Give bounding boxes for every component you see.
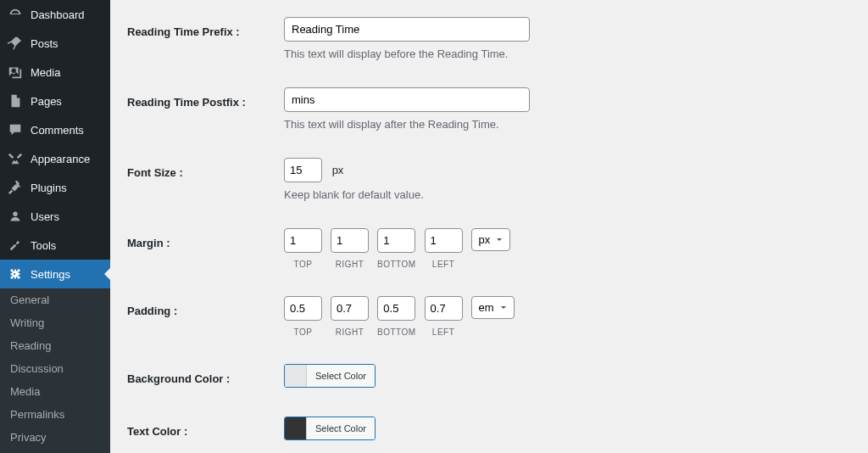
users-icon <box>7 208 24 225</box>
margin-top-label: TOP <box>294 260 313 269</box>
margin-left-input[interactable] <box>425 228 463 253</box>
margin-bottom-input[interactable] <box>377 228 415 253</box>
sidebar-item-label: Settings <box>31 268 70 281</box>
prefix-help: This text will display before the Readin… <box>284 48 851 60</box>
sidebar-item-appearance[interactable]: Appearance <box>0 144 110 173</box>
sidebar-item-label: Posts <box>31 37 58 50</box>
admin-sidebar: Dashboard Posts Media Pages Comments App… <box>0 0 110 453</box>
padding-top-label: TOP <box>294 327 313 337</box>
postfix-input[interactable] <box>284 87 530 112</box>
margin-bottom-label: BOTTOM <box>377 260 416 269</box>
media-icon <box>7 64 24 81</box>
sidebar-item-label: Media <box>31 66 60 79</box>
padding-left-input[interactable] <box>425 296 463 321</box>
pin-icon <box>7 35 24 52</box>
sidebar-sub-privacy[interactable]: Privacy <box>0 426 110 449</box>
padding-left-label: LEFT <box>432 327 454 337</box>
sidebar-item-label: Comments <box>31 124 84 137</box>
pages-icon <box>7 92 24 109</box>
fontsize-label: Font Size : <box>127 158 284 228</box>
sidebar-item-settings[interactable]: Settings <box>0 260 110 288</box>
bgcolor-select-button[interactable]: Select Color <box>307 365 375 387</box>
bgcolor-swatch <box>285 365 307 387</box>
sidebar-item-tools[interactable]: Tools <box>0 231 110 260</box>
padding-right-input[interactable] <box>331 296 369 321</box>
settings-icon <box>7 266 24 282</box>
plugins-icon <box>7 179 24 196</box>
sidebar-submenu: General Writing Reading Discussion Media… <box>0 288 110 453</box>
sidebar-sub-general[interactable]: General <box>0 288 110 311</box>
postfix-help: This text will display after the Reading… <box>284 118 851 131</box>
prefix-input[interactable] <box>284 17 530 42</box>
fontsize-unit: px <box>332 164 344 176</box>
sidebar-item-plugins[interactable]: Plugins <box>0 173 110 202</box>
comments-icon <box>7 121 24 138</box>
sidebar-item-posts[interactable]: Posts <box>0 29 110 58</box>
margin-top-input[interactable] <box>284 228 322 253</box>
sidebar-sub-discussion[interactable]: Discussion <box>0 357 110 380</box>
bgcolor-picker[interactable]: Select Color <box>284 364 376 388</box>
sidebar-sub-reading[interactable]: Reading <box>0 334 110 357</box>
padding-label: Padding : <box>127 296 284 364</box>
sidebar-item-label: Tools <box>31 239 56 252</box>
padding-top-input[interactable] <box>284 296 322 321</box>
appearance-icon <box>7 150 24 167</box>
sidebar-item-label: Dashboard <box>31 8 85 21</box>
padding-bottom-label: BOTTOM <box>377 327 416 337</box>
textcolor-picker[interactable]: Select Color <box>284 417 376 440</box>
sidebar-sub-readmeter[interactable]: Read Meter <box>0 449 110 453</box>
padding-bottom-input[interactable] <box>377 296 415 321</box>
sidebar-item-label: Appearance <box>31 153 90 165</box>
sidebar-item-dashboard[interactable]: Dashboard <box>0 0 110 29</box>
margin-label: Margin : <box>127 228 284 296</box>
fontsize-input[interactable] <box>284 158 322 182</box>
bgcolor-label: Background Color : <box>127 364 284 417</box>
textcolor-swatch <box>285 417 307 439</box>
fontsize-help: Keep blank for default value. <box>284 188 851 201</box>
margin-left-label: LEFT <box>432 260 454 269</box>
padding-unit-select[interactable]: em <box>471 296 515 319</box>
postfix-label: Reading Time Postfix : <box>127 87 284 158</box>
sidebar-sub-permalinks[interactable]: Permalinks <box>0 403 110 426</box>
settings-panel: Reading Time Prefix : This text will dis… <box>110 0 868 453</box>
margin-right-label: RIGHT <box>336 260 364 269</box>
prefix-label: Reading Time Prefix : <box>127 17 284 87</box>
sidebar-item-label: Plugins <box>31 182 67 194</box>
sidebar-item-label: Users <box>31 210 59 223</box>
textcolor-label: Text Color : <box>127 417 284 453</box>
sidebar-item-label: Pages <box>31 95 62 108</box>
sidebar-item-pages[interactable]: Pages <box>0 87 110 115</box>
sidebar-item-comments[interactable]: Comments <box>0 115 110 144</box>
sidebar-sub-media[interactable]: Media <box>0 380 110 403</box>
textcolor-select-button[interactable]: Select Color <box>307 417 375 439</box>
sidebar-item-users[interactable]: Users <box>0 202 110 231</box>
sidebar-item-media[interactable]: Media <box>0 58 110 87</box>
margin-unit-select[interactable]: px <box>471 228 510 251</box>
padding-right-label: RIGHT <box>336 327 364 337</box>
dashboard-icon <box>7 6 24 23</box>
sidebar-sub-writing[interactable]: Writing <box>0 311 110 334</box>
tools-icon <box>7 237 24 254</box>
margin-right-input[interactable] <box>331 228 369 253</box>
